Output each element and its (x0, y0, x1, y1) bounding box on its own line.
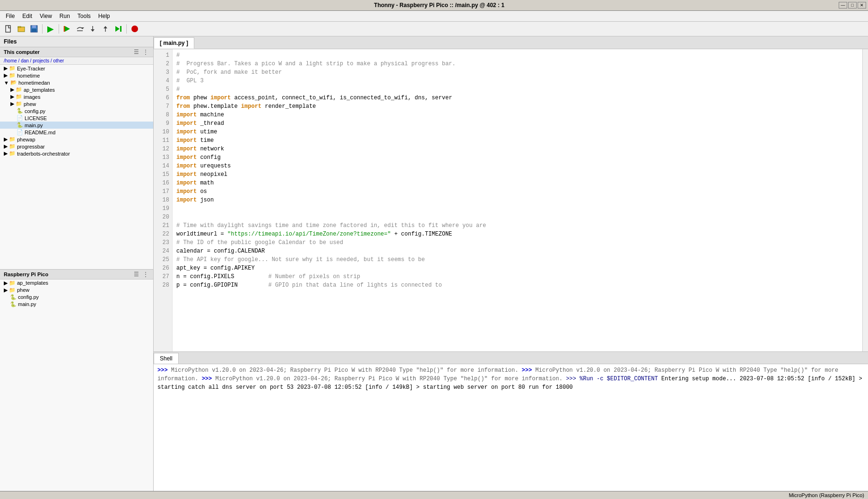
files-header: Files (0, 36, 153, 47)
svg-marker-6 (65, 26, 70, 32)
tree-item-hometime[interactable]: ▶ 📁 hometime (0, 72, 153, 79)
run-button[interactable]: ▶ (45, 23, 56, 35)
step-out-button[interactable] (100, 23, 111, 35)
step-over-button[interactable] (74, 23, 86, 35)
pico-tree-ap-templates[interactable]: ▶ 📁 ap_templates (0, 280, 153, 287)
save-button[interactable] (28, 23, 40, 35)
svg-rect-4 (32, 26, 36, 28)
tree-label: phew (17, 287, 29, 293)
tree-item-license[interactable]: 📄 LICENSE (0, 114, 153, 122)
tab-main-py[interactable]: [ main.py ] (154, 37, 194, 49)
minimize-button[interactable]: — (839, 2, 847, 9)
title-text: Thonny - Raspberry Pi Pico :: /main.py @… (40, 2, 839, 9)
py-file-icon: 🐍 (10, 301, 17, 307)
resume-button[interactable] (113, 23, 124, 35)
folder-icon: 📁 (9, 65, 16, 71)
py-file-icon: 🐍 (10, 294, 17, 300)
tree-item-phew[interactable]: ▶ 📁 phew (0, 100, 153, 107)
tree-label: main.py (18, 301, 36, 307)
pico-expand-btn[interactable]: ⋮ (142, 271, 149, 278)
folder-icon: 📁 (9, 143, 16, 149)
expand-icon: ▶ (10, 101, 14, 107)
menu-help[interactable]: Help (95, 12, 114, 20)
folder-icon: 📁 (16, 87, 22, 93)
editor-scrollbar[interactable] (862, 49, 868, 351)
menu-run[interactable]: Run (56, 12, 74, 20)
breadcrumb-other[interactable]: other (53, 58, 64, 63)
tree-label: progressbar (17, 144, 45, 149)
editor-area: 12345 678910 1112131415 1617181920 21222… (154, 49, 868, 351)
tree-item-config-py[interactable]: 🐍 config.py (0, 107, 153, 114)
tree-label: traderbots-orchestrator (17, 151, 70, 157)
this-computer-label: This computer (4, 49, 40, 55)
this-computer-menu-btn[interactable]: ☰ (133, 49, 140, 55)
tree-item-progressbar[interactable]: ▶ 📁 progressbar (0, 143, 153, 150)
tree-item-images[interactable]: ▶ 📁 images (0, 93, 153, 100)
tree-label: hometimedan (18, 80, 50, 86)
status-text: MicroPython (Raspberry Pi Pico) (789, 492, 864, 498)
folder-icon: 📁 (16, 94, 22, 100)
pico-menu-btn[interactable]: ☰ (133, 271, 140, 278)
menu-file[interactable]: File (2, 12, 18, 20)
tree-label: phewap (17, 137, 35, 142)
folder-icon: 📁 (9, 136, 16, 142)
folder-open-icon: 📂 (10, 79, 17, 86)
breadcrumb: /home / dan / projects / other (0, 57, 153, 65)
pico-file-tree: ▶ 📁 ap_templates ▶ 📁 phew 🐍 config.py (0, 280, 153, 491)
svg-marker-13 (104, 26, 107, 28)
py-file-icon: 🐍 (17, 108, 23, 114)
tree-item-ap-templates[interactable]: ▶ 📁 ap_templates (0, 86, 153, 93)
this-computer-expand-btn[interactable]: ⋮ (142, 49, 149, 55)
folder-icon: 📁 (9, 150, 16, 157)
svg-rect-5 (32, 29, 36, 32)
tree-item-readme[interactable]: 📄 README.md (0, 129, 153, 136)
folder-icon: 📁 (9, 287, 16, 293)
shell-tab[interactable]: Shell (154, 353, 179, 364)
new-button[interactable] (3, 23, 14, 35)
file-icon: 📄 (17, 129, 23, 135)
tree-item-traderbots[interactable]: ▶ 📁 traderbots-orchestrator (0, 150, 153, 157)
breadcrumb-home[interactable]: /home (4, 58, 17, 63)
pico-tree-phew[interactable]: ▶ 📁 phew (0, 287, 153, 294)
svg-marker-14 (115, 26, 120, 32)
pico-label: Raspberry Pi Pico (4, 271, 48, 277)
expand-icon: ▶ (10, 94, 14, 100)
stop-button[interactable] (129, 23, 140, 35)
tree-label: config.py (18, 294, 39, 300)
tree-item-phewap[interactable]: ▶ 📁 phewap (0, 136, 153, 143)
open-button[interactable] (16, 23, 27, 35)
menu-tools[interactable]: Tools (74, 12, 95, 20)
folder-icon: 📁 (16, 101, 22, 107)
maximize-button[interactable]: □ (848, 2, 857, 9)
code-editor[interactable]: # # Progress Bar. Takes a pico W and a l… (173, 49, 862, 351)
tree-item-hometimedan[interactable]: ▼ 📂 hometimedan (0, 79, 153, 86)
expand-icon: ▶ (10, 87, 14, 93)
shell-content[interactable]: >>> MicroPython v1.20.0 on 2023-04-26; R… (154, 364, 868, 491)
folder-icon: 📁 (9, 72, 16, 79)
menu-bar: File Edit View Run Tools Help (0, 11, 868, 22)
close-button[interactable]: ✕ (858, 2, 866, 9)
breadcrumb-dan[interactable]: dan (21, 58, 29, 63)
pico-section: Raspberry Pi Pico ☰ ⋮ ▶ 📁 ap_templates ▶… (0, 270, 153, 491)
tree-label: images (24, 94, 40, 100)
tree-item-eye-tracker[interactable]: ▶ 📁 Eye-Tracker (0, 65, 153, 72)
tree-item-main-py[interactable]: 🐍 main.py (0, 122, 153, 129)
breadcrumb-projects[interactable]: projects (33, 58, 49, 63)
separator-2 (59, 24, 59, 34)
expand-icon: ▶ (4, 136, 8, 142)
py-file-icon: 🐍 (17, 122, 23, 128)
svg-rect-0 (6, 26, 10, 32)
shell-area: Shell >>> MicroPython v1.20.0 on 2023-04… (154, 351, 868, 491)
separator-1 (42, 24, 43, 34)
pico-tree-main-py[interactable]: 🐍 main.py (0, 301, 153, 308)
svg-rect-2 (18, 26, 21, 27)
debug-button[interactable] (61, 23, 73, 35)
right-panel: [ main.py ] 12345 678910 1112131415 1617… (154, 36, 868, 491)
step-into-button[interactable] (87, 23, 98, 35)
computer-file-tree: ▶ 📁 Eye-Tracker ▶ 📁 hometime ▼ 📂 hometim… (0, 65, 153, 269)
section-controls-pico: ☰ ⋮ (133, 271, 149, 278)
menu-view[interactable]: View (36, 12, 56, 20)
menu-edit[interactable]: Edit (18, 12, 36, 20)
pico-tree-config-py[interactable]: 🐍 config.py (0, 294, 153, 301)
tree-label: main.py (25, 123, 43, 128)
